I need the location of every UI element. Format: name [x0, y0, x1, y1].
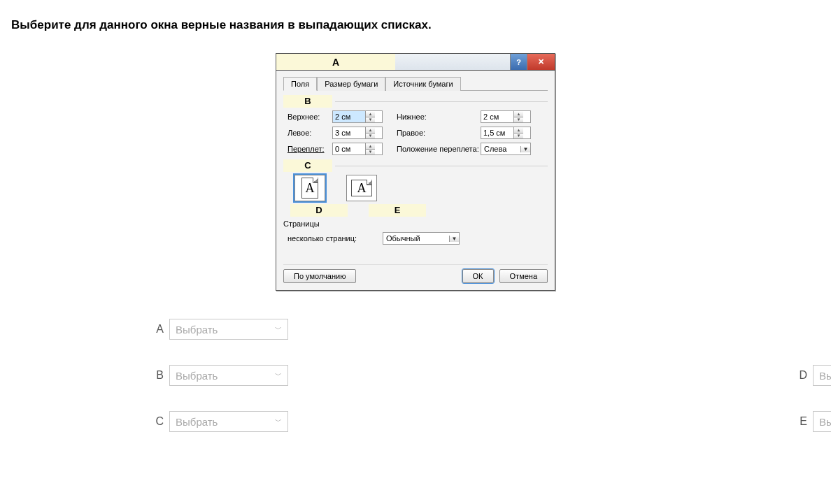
label-multi-pages: несколько страниц: — [287, 234, 376, 243]
tab-paper-source[interactable]: Источник бумаги — [385, 77, 460, 91]
input-right[interactable]: ▲▼ — [481, 127, 531, 139]
answer-letter-B: B — [151, 369, 164, 382]
answer-select-A[interactable]: Выбрать ﹀ — [169, 319, 288, 340]
help-button[interactable]: ? — [510, 54, 527, 70]
label-left: Левое: — [287, 129, 332, 137]
input-left[interactable]: ▲▼ — [332, 127, 383, 139]
answer-letter-E: E — [795, 415, 807, 428]
answer-placeholder: Выбрать — [176, 416, 218, 428]
title-label-A: A — [276, 54, 395, 70]
answer-placeholder: Выбрать — [819, 370, 831, 382]
orientation-portrait[interactable]: A — [294, 175, 325, 201]
answer-select-D[interactable]: Выбрать ﹀ — [813, 365, 831, 386]
label-D: D — [290, 204, 348, 217]
page-setup-dialog: A ? ✕ Поля Размер бумаги Источник бумаги… — [276, 53, 555, 291]
label-E: E — [369, 204, 426, 217]
select-gutter-pos[interactable]: Слева▼ — [481, 143, 531, 155]
label-top: Верхнее: — [287, 113, 332, 121]
label-gutter-pos: Положение переплета: — [397, 145, 481, 153]
label-bottom: Нижнее: — [397, 113, 481, 121]
answer-select-B[interactable]: Выбрать ﹀ — [169, 365, 288, 386]
input-top[interactable]: ▲▼ — [332, 110, 383, 123]
label-gutter: Переплет: — [287, 145, 332, 153]
answer-letter-D: D — [795, 369, 807, 382]
answer-placeholder: Выбрать — [176, 370, 218, 382]
pages-section-label: Страницы — [283, 219, 548, 228]
chevron-down-icon: ﹀ — [275, 324, 282, 334]
answer-select-E[interactable]: Выбрать ﹀ — [813, 411, 831, 432]
chevron-down-icon: ﹀ — [275, 370, 282, 380]
tab-fields[interactable]: Поля — [283, 77, 317, 91]
answer-grid: A Выбрать ﹀ B Выбрать ﹀ D Выбрать ﹀ C Вы… — [151, 319, 820, 432]
chevron-down-icon: ﹀ — [275, 417, 282, 426]
orientation-landscape[interactable]: A — [346, 175, 377, 201]
label-C: C — [283, 159, 332, 172]
answer-select-C[interactable]: Выбрать ﹀ — [169, 411, 288, 432]
label-right: Правое: — [397, 129, 481, 137]
answer-placeholder: Выбрать — [819, 416, 831, 428]
answer-letter-A: A — [151, 323, 164, 336]
answer-letter-C: C — [151, 415, 164, 428]
cancel-button[interactable]: Отмена — [499, 269, 548, 283]
close-button[interactable]: ✕ — [527, 54, 555, 70]
default-button[interactable]: По умолчанию — [283, 269, 356, 283]
select-multi-pages[interactable]: Обычный▼ — [383, 232, 460, 245]
titlebar: A ? ✕ — [276, 54, 555, 71]
tab-paper-size[interactable]: Размер бумаги — [317, 77, 385, 91]
instruction-text: Выберите для данного окна верные названи… — [11, 18, 820, 32]
ok-button[interactable]: ОК — [462, 269, 494, 283]
input-gutter[interactable]: ▲▼ — [332, 143, 383, 155]
label-B: B — [283, 95, 332, 108]
answer-placeholder: Выбрать — [176, 324, 218, 336]
input-bottom[interactable]: ▲▼ — [481, 110, 531, 123]
tab-strip: Поля Размер бумаги Источник бумаги — [283, 76, 548, 91]
